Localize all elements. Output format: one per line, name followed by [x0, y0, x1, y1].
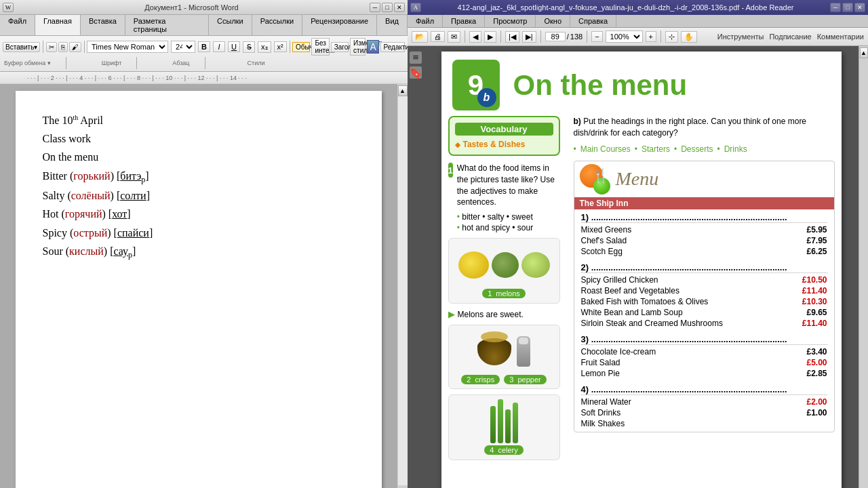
menu-item-row: Baked Fish with Tomatoes & Olives £10.30 — [581, 296, 827, 307]
bullet-dot2: • — [635, 144, 637, 154]
section-1-num: 1) .....................................… — [581, 212, 827, 223]
pdf-bookmarks-icon[interactable]: 🔖 — [410, 66, 422, 79]
word-tab-review[interactable]: Рецензирование — [302, 15, 377, 35]
italic-button[interactable]: I — [213, 41, 225, 52]
word-maximize-button[interactable]: □ — [382, 3, 393, 12]
change-styles-button[interactable]: Изменить стили▾ — [350, 38, 365, 56]
find-button[interactable]: A — [367, 40, 379, 54]
pdf-comments-button[interactable]: Комментарии — [817, 33, 864, 41]
bullet-item-1: bitter • salty • sweet — [457, 212, 560, 222]
paste-button[interactable]: Вставить▾ — [3, 42, 40, 52]
menu-item-row: Chef's Salad £7.95 — [581, 235, 827, 246]
sep6 — [205, 57, 205, 69]
pdf-next-button[interactable]: ▶ — [484, 31, 496, 43]
underline-button[interactable]: U — [228, 41, 240, 52]
scrollbar-up-button[interactable]: ▲ — [398, 85, 408, 96]
question-1: 1 What do the food items in the pictures… — [448, 163, 560, 234]
pdf-first-button[interactable]: |◀ — [505, 31, 519, 43]
style-noformat-button[interactable]: Без инте... — [311, 38, 329, 56]
menu-icon: 🍴 — [580, 164, 610, 195]
style-heading-button[interactable]: Заголов... — [331, 42, 349, 52]
category-main: Main Courses — [580, 144, 631, 154]
pdf-sep5 — [660, 30, 661, 43]
pdf-tab-bar: Файл Правка Просмотр Окно Справка — [408, 15, 868, 28]
item-price: £2.85 — [806, 369, 827, 378]
font-family-select[interactable]: Times New Roman — [87, 41, 168, 53]
pdf-tools-button[interactable]: Инструменты — [717, 33, 764, 41]
pdf-email-button[interactable]: ✉ — [448, 31, 460, 43]
pdf-print-button[interactable]: 🖨 — [431, 31, 445, 42]
item-price: £6.25 — [806, 247, 827, 256]
pdf-tab-view[interactable]: Просмотр — [485, 15, 536, 27]
font-label: Шрифт — [102, 60, 122, 66]
strikethrough-button[interactable]: S̶ — [243, 41, 255, 53]
pdf-scrollbar[interactable]: ▲ ▼ — [859, 46, 868, 488]
word-tab-layout[interactable]: Разметка страницы — [125, 15, 209, 35]
pdf-tab-window[interactable]: Окно — [536, 15, 570, 27]
word-tab-view[interactable]: Вид — [377, 15, 408, 35]
word-minimize-button[interactable]: ─ — [370, 3, 380, 12]
word-line-salty: Salty (солёный) [солти] — [43, 186, 355, 205]
pdf-scroll-up-button[interactable]: ▲ — [860, 47, 868, 58]
pdf-zoom-select[interactable]: 100% — [606, 30, 643, 43]
category-drinks: Drinks — [724, 144, 747, 154]
celery-stalks — [490, 399, 518, 443]
menu-item-row: Spicy Grilled Chicken £10.50 — [581, 274, 827, 285]
word-scrollbar[interactable]: ▲ ▼ — [397, 84, 408, 488]
word-tab-file[interactable]: Файл — [0, 15, 35, 35]
bold-button[interactable]: B — [198, 41, 210, 52]
celery-label: 4 celery — [484, 445, 524, 455]
style-normal-button[interactable]: Обычный — [292, 42, 310, 52]
word-icon: W — [3, 3, 14, 12]
pdf-select-button[interactable]: ⊹ — [665, 31, 678, 43]
menu-item-row: Chocolate Ice-cream £3.40 — [581, 346, 827, 357]
pdf-close-button[interactable]: ✕ — [854, 3, 865, 12]
pdf-window-title: 412-angl_jaz-_6kl_spotlight-angl_v-fokus… — [458, 3, 794, 12]
menu-section-1: 1) .....................................… — [574, 209, 834, 260]
word-close-button[interactable]: ✕ — [394, 3, 405, 12]
copy-button[interactable]: ⎘ — [58, 42, 68, 52]
pdf-tab-edit[interactable]: Правка — [443, 15, 485, 27]
pdf-logo: 9 b — [452, 60, 500, 110]
font-size-select[interactable]: 24 — [171, 41, 195, 53]
pdf-maximize-button[interactable]: □ — [842, 3, 853, 12]
pdf-open-button[interactable]: 📂 — [412, 31, 428, 43]
menu-categories: • Main Courses • Starters • Desserts • D… — [574, 144, 835, 154]
sep4 — [66, 57, 66, 69]
word-tab-insert[interactable]: Вставка — [81, 15, 125, 35]
menu-item-row: Soft Drinks £1.00 — [581, 407, 827, 418]
pdf-zoom-out-button[interactable]: − — [591, 31, 602, 42]
word-line-sour: Sour (кислый) [саур] — [43, 242, 355, 262]
item-price: £3.40 — [806, 347, 827, 357]
pdf-tab-file[interactable]: Файл — [408, 15, 443, 27]
subscript-button[interactable]: x₂ — [258, 41, 271, 53]
word-tab-home[interactable]: Главная — [35, 15, 81, 35]
celery-label-wrapper: 4 celery — [453, 443, 555, 455]
pdf-hand-button[interactable]: ✋ — [681, 31, 697, 43]
melons-caption-row: ▶ Melons are sweet. — [448, 309, 560, 319]
pdf-page-header: 9 b On the menu — [441, 52, 842, 116]
cut-button[interactable]: ✂ — [46, 42, 57, 52]
editing-button[interactable]: Редактирование▾ — [380, 42, 406, 52]
word-tab-mail[interactable]: Рассылки — [252, 15, 302, 35]
item-price: £7.95 — [806, 236, 827, 245]
bullet-item-2: hot and spicy • sour — [457, 223, 560, 232]
pdf-sign-button[interactable]: Подписание — [769, 33, 811, 41]
item-price: £1.00 — [806, 408, 827, 418]
pdf-zoom-in-button[interactable]: + — [646, 31, 656, 42]
word-tab-refs[interactable]: Ссылки — [209, 15, 252, 35]
pdf-sep3 — [540, 30, 541, 43]
item-price: £11.40 — [802, 319, 827, 328]
section-2-num: 2) .....................................… — [581, 262, 827, 273]
menu-item-row: Sirloin Steak and Creamed Mushrooms £11.… — [581, 318, 827, 329]
pdf-minimize-button[interactable]: ─ — [830, 3, 841, 12]
vocabulary-box: Vocabulary ◆ Tastes & Dishes — [448, 116, 560, 156]
pdf-thumbs-icon[interactable]: ≡ — [410, 52, 422, 64]
format-painter-button[interactable]: 🖌 — [69, 42, 81, 52]
superscript-button[interactable]: x² — [274, 41, 287, 52]
pdf-tab-help[interactable]: Справка — [570, 15, 616, 27]
pdf-prev-button[interactable]: ◀ — [469, 31, 481, 43]
pdf-last-button[interactable]: ▶| — [522, 31, 536, 43]
pdf-scroll-track — [860, 58, 868, 488]
page-number-input[interactable]: 89 — [545, 32, 566, 41]
